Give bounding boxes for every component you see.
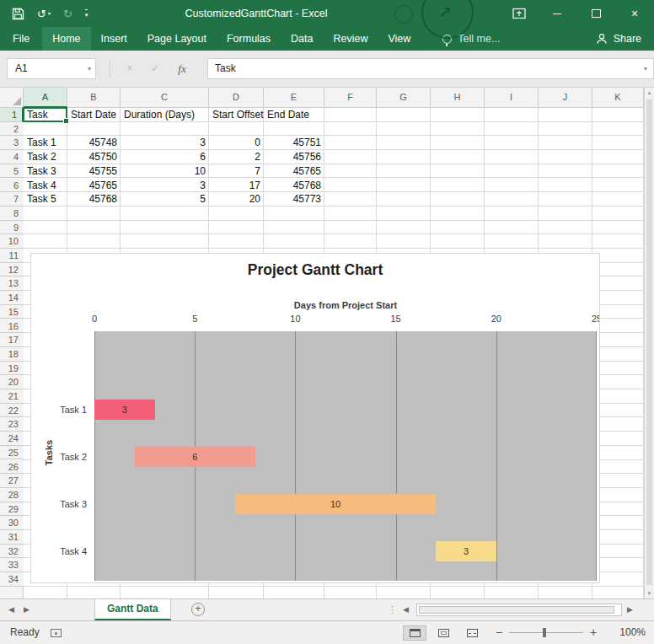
vertical-scroll-thumb[interactable] [646, 99, 652, 585]
zoom-percent[interactable]: 100% [619, 621, 646, 644]
cell-D5[interactable]: 7 [209, 164, 264, 179]
cell-E3[interactable]: 45751 [264, 136, 324, 150]
gantt-bar-task-2[interactable]: 6 [135, 447, 255, 467]
row-header-5[interactable]: 5 [0, 164, 24, 179]
cell-A7[interactable]: Task 5 [24, 192, 67, 207]
row-header-31[interactable]: 31 [0, 530, 24, 545]
formula-input[interactable]: Task ▾ [207, 58, 654, 79]
cell-C5[interactable]: 10 [121, 164, 209, 179]
column-header-I[interactable]: I [485, 88, 539, 108]
cancel-button[interactable]: × [118, 58, 142, 79]
cell-A3[interactable]: Task 1 [24, 136, 67, 150]
row-header-1[interactable]: 1 [0, 108, 24, 122]
cell-B4[interactable]: 45750 [67, 150, 121, 164]
cell-E7[interactable]: 45773 [264, 192, 324, 207]
sheet-nav-next-icon[interactable]: ▶ [24, 599, 29, 620]
horizontal-scroll-thumb[interactable] [419, 606, 614, 614]
ribbon-tab-formulas[interactable]: Formulas [217, 27, 281, 51]
macro-record-icon[interactable] [51, 629, 62, 637]
gantt-bar-task-1[interactable]: 3 [94, 400, 155, 420]
zoom-out-button[interactable]: − [496, 621, 502, 644]
gantt-chart[interactable]: Project Gantt Chart Days from Project St… [30, 253, 600, 583]
cell-D1[interactable]: Start Offset [209, 108, 264, 122]
row-header-18[interactable]: 18 [0, 347, 24, 362]
gantt-bar-task-4[interactable]: 3 [436, 541, 496, 561]
row-header-21[interactable]: 21 [0, 389, 24, 404]
page-break-view-button[interactable] [460, 625, 484, 641]
row-header-14[interactable]: 14 [0, 291, 24, 305]
row-header-15[interactable]: 15 [0, 305, 24, 319]
zoom-in-button[interactable]: + [590, 621, 597, 644]
sheet-tab-gantt-data[interactable]: Gantt Data [94, 599, 171, 620]
cell-E5[interactable]: 45765 [264, 164, 324, 179]
cell-C3[interactable]: 3 [121, 136, 209, 150]
row-header-9[interactable]: 9 [0, 221, 24, 235]
column-header-A[interactable]: A [24, 88, 67, 108]
row-header-10[interactable]: 10 [0, 234, 24, 249]
row-header-25[interactable]: 25 [0, 446, 24, 460]
row-header-13[interactable]: 13 [0, 276, 24, 291]
row-header-22[interactable]: 22 [0, 404, 24, 418]
cell-B7[interactable]: 45768 [67, 192, 121, 207]
scroll-right-icon[interactable]: ▶ [627, 599, 633, 620]
maximize-button[interactable] [576, 0, 615, 27]
scroll-left-icon[interactable]: ◀ [403, 599, 409, 620]
save-icon[interactable] [12, 8, 24, 20]
row-header-27[interactable]: 27 [0, 474, 24, 488]
ribbon-tab-file[interactable]: File [0, 27, 42, 51]
column-header-K[interactable]: K [592, 88, 644, 108]
cell-A5[interactable]: Task 3 [24, 164, 67, 179]
row-header-16[interactable]: 16 [0, 319, 24, 334]
row-header-28[interactable]: 28 [0, 488, 24, 502]
cell-E6[interactable]: 45768 [264, 179, 324, 193]
cell-A4[interactable]: Task 2 [24, 150, 67, 164]
formula-bar-expand-icon[interactable]: ▾ [644, 59, 647, 78]
ribbon-tab-data[interactable]: Data [281, 27, 323, 51]
cell-C6[interactable]: 3 [121, 179, 209, 193]
column-header-C[interactable]: C [121, 88, 209, 108]
column-header-H[interactable]: H [431, 88, 485, 108]
column-header-E[interactable]: E [264, 88, 324, 108]
minimize-button[interactable] [538, 0, 576, 27]
sheet-nav-prev-icon[interactable]: ◀ [8, 599, 14, 620]
cell-D7[interactable]: 20 [209, 192, 264, 207]
row-header-34[interactable]: 34 [0, 572, 24, 587]
row-header-32[interactable]: 32 [0, 545, 24, 559]
row-header-12[interactable]: 12 [0, 263, 24, 277]
cell-E4[interactable]: 45756 [264, 150, 324, 164]
page-layout-view-button[interactable] [432, 625, 455, 641]
ribbon-tab-page-layout[interactable]: Page Layout [137, 27, 217, 51]
cell-D3[interactable]: 0 [209, 136, 264, 150]
column-header-G[interactable]: G [377, 88, 431, 108]
row-header-26[interactable]: 26 [0, 460, 24, 475]
cell-E1[interactable]: End Date [264, 108, 324, 122]
row-header-24[interactable]: 24 [0, 432, 24, 446]
cell-B5[interactable]: 45755 [67, 164, 121, 179]
vertical-scrollbar[interactable]: ▲ ▼ [644, 88, 654, 598]
row-header-8[interactable]: 8 [0, 207, 24, 221]
row-header-3[interactable]: 3 [0, 136, 24, 150]
insert-function-button[interactable]: fx [170, 58, 194, 79]
column-header-B[interactable]: B [67, 88, 121, 108]
redo-button[interactable]: ↻ [63, 8, 72, 19]
row-header-7[interactable]: 7 [0, 192, 24, 207]
row-header-23[interactable]: 23 [0, 417, 24, 432]
name-box[interactable]: A1 ▾ [7, 58, 96, 79]
ribbon-tab-review[interactable]: Review [323, 27, 378, 51]
name-box-dropdown-icon[interactable]: ▾ [88, 59, 91, 78]
row-header-19[interactable]: 19 [0, 362, 24, 376]
zoom-slider-thumb[interactable] [543, 628, 546, 637]
gantt-bar-task-3[interactable]: 10 [235, 494, 436, 514]
row-header-20[interactable]: 20 [0, 375, 24, 389]
row-header-30[interactable]: 30 [0, 516, 24, 530]
row-header-6[interactable]: 6 [0, 179, 24, 193]
close-button[interactable]: × [615, 0, 654, 27]
cell-C4[interactable]: 6 [121, 150, 209, 164]
row-header-11[interactable]: 11 [0, 249, 24, 263]
cell-C1[interactable]: Duration (Days) [121, 108, 209, 122]
select-all-button[interactable] [0, 88, 24, 108]
scroll-up-icon[interactable]: ▲ [645, 90, 654, 95]
column-header-J[interactable]: J [539, 88, 592, 108]
ribbon-tab-view[interactable]: View [378, 27, 421, 51]
row-header-4[interactable]: 4 [0, 150, 24, 164]
